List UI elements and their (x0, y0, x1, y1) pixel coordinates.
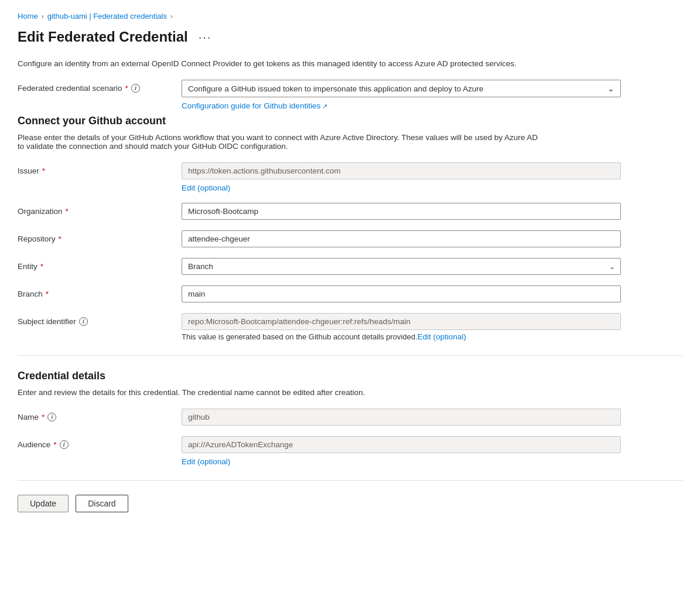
required-star-scenario: * (125, 84, 128, 93)
credential-section-heading: Credential details (18, 370, 682, 382)
discard-button[interactable]: Discard (76, 495, 128, 512)
issuer-edit-link[interactable]: Edit (optional) (182, 183, 230, 192)
repository-control (182, 230, 621, 247)
federated-scenario-row: Federated credential scenario * i Config… (18, 80, 682, 110)
github-section-description: Please enter the details of your GitHub … (18, 133, 545, 151)
section-divider-1 (18, 355, 682, 356)
entity-select[interactable]: Branch Tag Pull request Environment (182, 258, 621, 275)
breadcrumb-sep-2: › (170, 12, 173, 21)
entity-select-wrapper: Branch Tag Pull request Environment ⌄ (182, 258, 621, 275)
branch-label: Branch * (18, 285, 182, 298)
entity-control: Branch Tag Pull request Environment ⌄ (182, 258, 621, 275)
update-button[interactable]: Update (18, 495, 69, 512)
section-divider-2 (18, 480, 682, 481)
required-star-repo: * (59, 234, 62, 243)
audience-label: Audience * i (18, 436, 182, 449)
info-icon-scenario: i (131, 84, 140, 93)
config-guide-link[interactable]: Configuration guide for Github identitie… (182, 101, 327, 110)
organization-row: Organization * (18, 203, 682, 220)
name-row: Name * i (18, 409, 682, 426)
organization-control (182, 203, 621, 220)
audience-edit-link[interactable]: Edit (optional) (182, 457, 230, 466)
federated-scenario-label: Federated credential scenario * i (18, 80, 182, 93)
required-star-issuer: * (42, 166, 45, 175)
repository-input[interactable] (182, 230, 621, 247)
github-section-heading: Connect your Github account (18, 115, 682, 127)
subject-identifier-edit-link[interactable]: Edit (optional) (418, 332, 466, 341)
audience-input (182, 436, 621, 453)
breadcrumb-sep-1: › (42, 12, 44, 21)
organization-input[interactable] (182, 203, 621, 220)
subject-identifier-control: repo:Microsoft-Bootcamp/attendee-chgeuer… (182, 313, 621, 341)
name-input (182, 409, 621, 426)
federated-scenario-dropdown[interactable]: Configure a GitHub issued token to imper… (182, 80, 621, 97)
name-control (182, 409, 621, 426)
name-label: Name * i (18, 409, 182, 421)
chevron-down-icon: ⌄ (607, 84, 614, 93)
issuer-input (182, 162, 621, 179)
subject-identifier-value: repo:Microsoft-Bootcamp/attendee-chgeuer… (182, 313, 621, 330)
entity-label: Entity * (18, 258, 182, 271)
organization-label: Organization * (18, 203, 182, 216)
page-title: Edit Federated Credential (18, 29, 188, 45)
breadcrumb-home[interactable]: Home (18, 12, 38, 21)
subject-identifier-hint: This value is generated based on the Git… (182, 332, 621, 341)
federated-scenario-control: Configure a GitHub issued token to imper… (182, 80, 621, 110)
breadcrumb-federated[interactable]: github-uami | Federated credentials (47, 12, 167, 21)
breadcrumb: Home › github-uami | Federated credentia… (18, 12, 682, 21)
issuer-row: Issuer * Edit (optional) (18, 162, 682, 192)
audience-control: Edit (optional) (182, 436, 621, 466)
subject-identifier-label: Subject identifier i (18, 313, 182, 326)
info-icon-name: i (47, 413, 56, 421)
info-icon-subject: i (79, 317, 88, 326)
ellipsis-button[interactable]: ··· (195, 29, 216, 45)
required-star-org: * (66, 207, 69, 216)
branch-input[interactable] (182, 285, 621, 302)
entity-row: Entity * Branch Tag Pull request Environ… (18, 258, 682, 275)
footer-actions: Update Discard (18, 495, 682, 512)
required-star-branch: * (46, 290, 49, 298)
subject-identifier-row: Subject identifier i repo:Microsoft-Boot… (18, 313, 682, 341)
repository-label: Repository * (18, 230, 182, 243)
credential-section-description: Enter and review the details for this cr… (18, 388, 545, 397)
page-title-row: Edit Federated Credential ··· (18, 29, 682, 45)
branch-row: Branch * (18, 285, 682, 302)
repository-row: Repository * (18, 230, 682, 247)
required-star-entity: * (40, 262, 43, 271)
issuer-control: Edit (optional) (182, 162, 621, 192)
required-star-name: * (42, 413, 45, 421)
audience-row: Audience * i Edit (optional) (18, 436, 682, 466)
info-icon-audience: i (60, 440, 69, 449)
issuer-label: Issuer * (18, 162, 182, 175)
branch-control (182, 285, 621, 302)
page-description: Configure an identity from an external O… (18, 59, 545, 68)
required-star-audience: * (53, 440, 56, 449)
